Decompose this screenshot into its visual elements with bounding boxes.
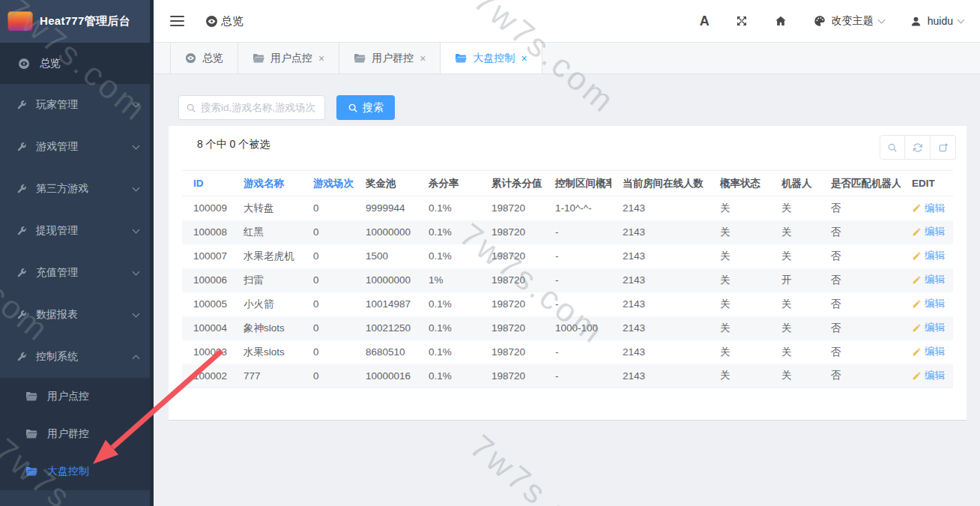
pencil-icon: [912, 275, 922, 285]
tab-user-point-control[interactable]: 用户点控 ×: [238, 43, 339, 73]
sidebar-item-recharge-mgmt[interactable]: 充值管理: [0, 252, 154, 294]
table-row: 100009大转盘099999440.1%1987201-10^-^-2143关…: [182, 196, 953, 220]
sidebar-bottom-strip: [0, 490, 154, 506]
edit-button[interactable]: 编辑: [912, 321, 945, 334]
table-row: 100006扫雷0100000001%198720-2143关开否 编辑: [182, 268, 953, 292]
table-toolbar: [880, 135, 956, 160]
table-refresh-button[interactable]: [905, 135, 931, 160]
sidebar-subitem-user-point-control[interactable]: 用户点控: [0, 378, 154, 415]
edit-button[interactable]: 编辑: [912, 273, 945, 286]
cell-prob-status: 关: [709, 244, 770, 268]
sidebar-item-control-system[interactable]: 控制系统: [0, 336, 154, 378]
sidebar-item-player-mgmt[interactable]: 玩家管理: [0, 84, 154, 126]
tab-label: 用户点控: [270, 52, 312, 65]
sidebar-item-label: 控制系统: [36, 350, 78, 364]
cell-online: 2143: [611, 220, 709, 244]
home-icon[interactable]: [774, 14, 787, 28]
edit-button[interactable]: 编辑: [912, 369, 945, 382]
edit-button[interactable]: 编辑: [912, 225, 945, 238]
edit-button[interactable]: 编辑: [912, 249, 945, 262]
edit-button[interactable]: 编辑: [912, 345, 945, 358]
sidebar-item-game-mgmt[interactable]: 游戏管理: [0, 126, 154, 168]
column-header-game-name[interactable]: 游戏名称: [232, 171, 302, 196]
edit-button[interactable]: 编辑: [912, 202, 945, 215]
chevron-down-icon: [133, 310, 140, 317]
selection-summary: 8 个中 0 个被选: [197, 138, 270, 151]
cell-range-prob: -: [544, 268, 611, 292]
sidebar-item-thirdparty-games[interactable]: 第三方游戏: [0, 168, 154, 210]
column-header-id[interactable]: ID: [182, 171, 232, 196]
tab-overview[interactable]: 总览: [170, 43, 238, 73]
search-input[interactable]: [201, 102, 318, 113]
top-navbar: 总览 A 改变主题 huidu: [154, 0, 980, 43]
cell-kill-total: 198720: [480, 340, 544, 364]
tab-dashboard-control[interactable]: 大盘控制 ×: [441, 43, 542, 73]
close-icon[interactable]: ×: [521, 53, 527, 64]
column-header-game-session[interactable]: 游戏场次: [302, 171, 354, 196]
sidebar-subitem-dashboard-control[interactable]: 大盘控制: [0, 453, 154, 490]
close-icon[interactable]: ×: [420, 53, 426, 64]
fullscreen-icon[interactable]: [735, 14, 748, 28]
sidebar: Heat777管理后台 总览 玩家管理 游戏管理 第三方游戏 提现管理 充值管理…: [0, 0, 154, 506]
sidebar-scrollbar[interactable]: [150, 0, 154, 506]
cell-game-name: 777: [232, 364, 302, 388]
cell-prob-status: 关: [709, 196, 770, 220]
cell-id: 100004: [182, 316, 232, 340]
app-title: Heat777管理后台: [40, 14, 130, 28]
column-header-range-prob: 控制区间概率: [544, 171, 611, 196]
sidebar-item-withdraw-mgmt[interactable]: 提现管理: [0, 210, 154, 252]
close-icon[interactable]: ×: [318, 53, 324, 64]
cell-kill-rate: 0.1%: [417, 292, 480, 316]
tab-label: 用户群控: [372, 52, 414, 65]
font-size-button[interactable]: A: [700, 13, 710, 29]
cell-match-robot: 否: [820, 292, 901, 316]
cell-pool: 10000000: [354, 220, 417, 244]
cell-robot: 关: [770, 316, 820, 340]
cell-online: 2143: [611, 316, 709, 340]
pencil-icon: [912, 203, 922, 213]
cell-pool: 10014987: [354, 292, 417, 316]
table-row: 1000027770100000160.1%198720-2143关关否 编辑: [182, 364, 953, 388]
cell-prob-status: 关: [709, 220, 770, 244]
table-search-button[interactable]: [880, 135, 905, 160]
cell-prob-status: 关: [709, 292, 770, 316]
table-header-row: ID 游戏名称 游戏场次 奖金池 杀分率 累计杀分值 控制区间概率 当前房间在线…: [182, 171, 953, 196]
sidebar-item-data-reports[interactable]: 数据报表: [0, 294, 154, 336]
cell-prob-status: 关: [709, 316, 770, 340]
table-export-button[interactable]: [931, 135, 956, 160]
cell-kill-total: 198720: [480, 244, 544, 268]
cell-prob-status: 关: [709, 364, 770, 388]
pencil-icon: [912, 299, 922, 309]
breadcrumb-overview[interactable]: 总览: [205, 14, 244, 28]
column-header-kill-rate: 杀分率: [417, 171, 480, 196]
search-button-label: 搜索: [363, 101, 384, 115]
edit-button[interactable]: 编辑: [912, 297, 945, 310]
sidebar-item-overview[interactable]: 总览: [0, 43, 154, 84]
edit-label: 编辑: [925, 273, 945, 286]
column-header-robot: 机器人: [770, 171, 820, 196]
cell-id: 100002: [182, 364, 232, 388]
cell-kill-total: 198720: [480, 268, 544, 292]
hamburger-menu-icon[interactable]: [170, 16, 184, 26]
cell-match-robot: 否: [820, 340, 901, 364]
sidebar-item-label: 充值管理: [36, 266, 78, 280]
sidebar-subitem-user-group-control[interactable]: 用户群控: [0, 415, 154, 453]
theme-switcher-label: 改变主题: [832, 14, 874, 28]
sidebar-item-label: 游戏管理: [36, 140, 78, 154]
cell-game-name: 象神slots: [232, 316, 302, 340]
search-button[interactable]: 搜索: [336, 95, 395, 120]
pencil-icon: [912, 371, 922, 381]
eye-icon: [205, 15, 218, 28]
cell-session: 0: [302, 364, 354, 388]
pencil-icon: [912, 227, 922, 237]
cell-kill-rate: 0.1%: [417, 244, 480, 268]
cell-range-prob: -: [544, 244, 611, 268]
cell-game-name: 水果老虎机: [232, 244, 302, 268]
cell-id: 100006: [182, 268, 232, 292]
user-menu[interactable]: huidu: [910, 15, 964, 28]
cell-match-robot: 否: [820, 244, 901, 268]
theme-switcher[interactable]: 改变主题: [813, 14, 884, 28]
cell-session: 0: [302, 292, 354, 316]
eye-icon: [18, 58, 30, 70]
tab-user-group-control[interactable]: 用户群控 ×: [339, 43, 441, 73]
